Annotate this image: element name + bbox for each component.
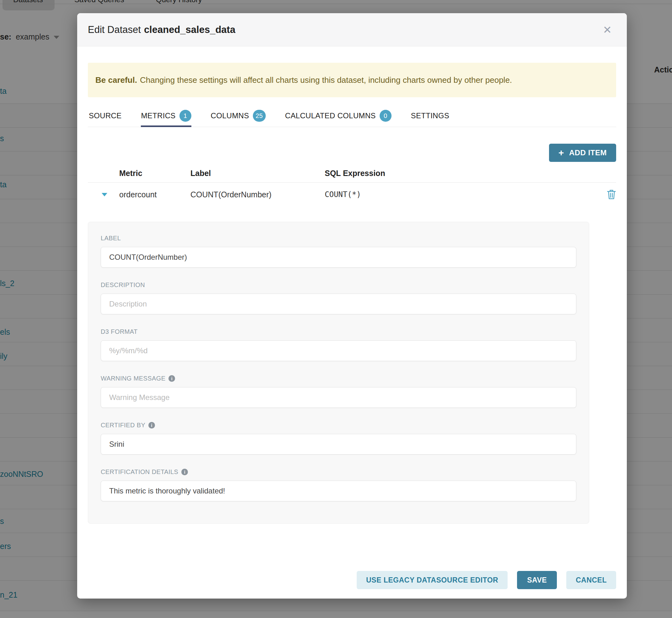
tab-settings-label: SETTINGS — [411, 111, 449, 120]
certification-details-field-label: CERTIFICATION DETAILS i — [101, 469, 576, 476]
info-icon[interactable]: i — [169, 375, 175, 382]
label-input[interactable] — [101, 247, 576, 268]
trash-icon — [607, 189, 616, 200]
certified-by-field-label-text: CERTIFIED BY — [101, 422, 145, 429]
modal-tabs: SOURCE METRICS 1 COLUMNS 25 CALCULATED C… — [88, 110, 616, 127]
edit-dataset-modal: Edit Datasetcleaned_sales_data ✕ Be care… — [77, 13, 627, 599]
metrics-header-label: Label — [190, 169, 325, 178]
modal-footer: USE LEGACY DATASOURCE EDITOR SAVE CANCEL — [88, 571, 616, 599]
metric-label: COUNT(OrderNumber) — [190, 190, 325, 199]
d3-format-field-label: D3 FORMAT — [101, 328, 576, 335]
d3-format-input[interactable] — [101, 340, 576, 361]
certified-by-input[interactable] — [101, 434, 576, 454]
tab-columns-badge: 25 — [253, 110, 266, 122]
tab-source-label: SOURCE — [89, 111, 121, 120]
add-item-button[interactable]: + ADD ITEM — [549, 144, 616, 162]
warning-message-input[interactable] — [101, 387, 576, 408]
description-field-label: DESCRIPTION — [101, 281, 576, 289]
certified-by-field-label: CERTIFIED BY i — [101, 422, 576, 429]
modal-body: Be careful. Changing these settings will… — [77, 46, 627, 599]
warning-message-field-label-text: WARNING MESSAGE — [101, 375, 165, 382]
modal-title-prefix: Edit Dataset — [88, 24, 141, 35]
collapse-caret-icon[interactable] — [102, 193, 107, 196]
delete-metric-button[interactable] — [607, 189, 616, 200]
tab-columns[interactable]: COLUMNS 25 — [211, 110, 266, 127]
warning-banner-text: Changing these settings will affect all … — [140, 75, 512, 85]
metric-detail-panel: LABEL DESCRIPTION D3 FORMAT WARNING MESS… — [88, 222, 589, 524]
info-icon[interactable]: i — [149, 422, 155, 428]
certification-details-field-label-text: CERTIFICATION DETAILS — [101, 469, 178, 476]
metrics-header-metric: Metric — [119, 169, 190, 178]
warning-message-field-label: WARNING MESSAGE i — [101, 375, 576, 382]
tab-calculated-columns[interactable]: CALCULATED COLUMNS 0 — [285, 110, 392, 127]
d3-format-field-label-text: D3 FORMAT — [101, 328, 138, 335]
dataset-name: cleaned_sales_data — [144, 24, 235, 35]
tab-calculated-columns-badge: 0 — [380, 110, 392, 122]
warning-banner-bold: Be careful. — [95, 75, 137, 85]
modal-title: Edit Datasetcleaned_sales_data — [88, 24, 235, 35]
tab-metrics[interactable]: METRICS 1 — [141, 110, 191, 127]
metric-sql-expression: COUNT(*) — [325, 190, 597, 199]
modal-header: Edit Datasetcleaned_sales_data ✕ — [77, 13, 627, 46]
description-field-label-text: DESCRIPTION — [101, 281, 145, 289]
tab-calculated-columns-label: CALCULATED COLUMNS — [285, 111, 376, 120]
save-button[interactable]: SAVE — [517, 571, 557, 589]
tab-columns-label: COLUMNS — [211, 111, 249, 120]
metric-name: ordercount — [119, 190, 190, 199]
tab-metrics-label: METRICS — [141, 111, 175, 120]
certification-details-input[interactable] — [101, 481, 576, 501]
metric-row: ordercount COUNT(OrderNumber) COUNT(*) — [88, 183, 616, 206]
add-item-row: + ADD ITEM — [88, 144, 616, 162]
tab-source[interactable]: SOURCE — [89, 110, 121, 127]
close-icon[interactable]: ✕ — [601, 24, 614, 35]
cancel-button[interactable]: CANCEL — [566, 571, 616, 589]
metrics-table-header: Metric Label SQL Expression — [88, 169, 616, 183]
tab-settings[interactable]: SETTINGS — [411, 110, 449, 127]
label-field-label-text: LABEL — [101, 235, 121, 242]
use-legacy-datasource-editor-button[interactable]: USE LEGACY DATASOURCE EDITOR — [357, 571, 508, 589]
metrics-header-sql: SQL Expression — [325, 169, 597, 178]
warning-banner: Be careful. Changing these settings will… — [88, 63, 616, 97]
tab-metrics-badge: 1 — [179, 110, 191, 122]
info-icon[interactable]: i — [181, 469, 188, 475]
plus-icon: + — [558, 148, 564, 158]
add-item-label: ADD ITEM — [569, 148, 607, 157]
description-input[interactable] — [101, 294, 576, 314]
label-field-label: LABEL — [101, 235, 576, 242]
